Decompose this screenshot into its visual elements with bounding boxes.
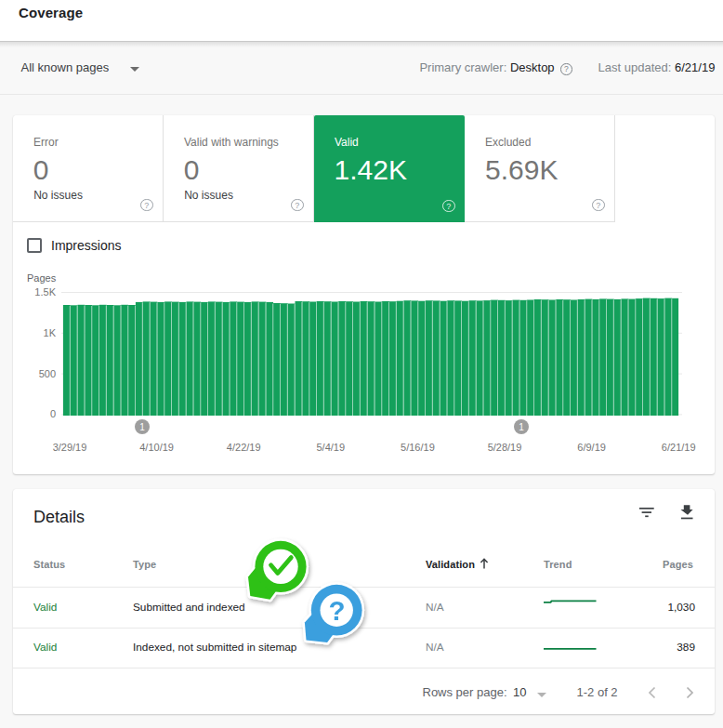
svg-text:6/21/19: 6/21/19 [662,442,696,453]
svg-text:6/9/19: 6/9/19 [577,442,606,453]
svg-text:3/29/19: 3/29/19 [53,442,87,453]
svg-text:5/4/19: 5/4/19 [317,442,346,453]
svg-text:4/22/19: 4/22/19 [227,442,261,453]
svg-text:5/28/19: 5/28/19 [488,442,522,453]
svg-text:?: ? [329,595,346,626]
svg-text:0: 0 [50,408,56,419]
svg-text:1: 1 [519,422,524,432]
svg-text:1: 1 [139,422,145,432]
svg-text:500: 500 [39,368,56,379]
svg-text:1K: 1K [44,327,57,338]
svg-text:5/16/19: 5/16/19 [401,442,435,453]
svg-text:4/10/19: 4/10/19 [139,442,174,453]
svg-text:1.5K: 1.5K [34,286,56,298]
